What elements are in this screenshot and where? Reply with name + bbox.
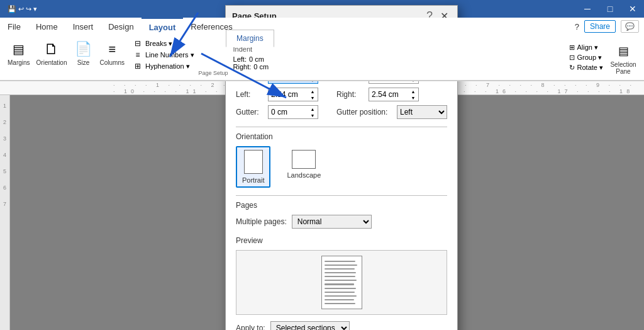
- margin-left-down[interactable]: ▼: [308, 94, 318, 101]
- margin-gutter-row: Gutter: ▲ ▼: [236, 105, 324, 119]
- ruler-mark-5: 5: [3, 168, 6, 174]
- margin-left-row: Left: ▲ ▼: [236, 88, 324, 101]
- help-icon[interactable]: ?: [575, 22, 579, 31]
- line-numbers-button[interactable]: ≡ Line Numbers ▾: [131, 49, 196, 60]
- minimize-button[interactable]: ─: [576, 0, 599, 18]
- portrait-option[interactable]: Portrait: [236, 146, 270, 188]
- preview-line-4: [325, 272, 357, 273]
- margin-gutter-up[interactable]: ▲: [308, 106, 318, 112]
- apply-section: Apply to: Selected sections Whole docume…: [236, 321, 447, 330]
- preview-label: Preview: [236, 236, 447, 245]
- align-label: Align ▾: [577, 43, 599, 52]
- preview-line-5: [325, 276, 356, 277]
- portrait-label: Portrait: [242, 176, 264, 184]
- breaks-label: Breaks ▾: [145, 40, 172, 48]
- comments-button[interactable]: 💬: [621, 20, 639, 33]
- line-numbers-icon: ≡: [133, 50, 143, 60]
- columns-icon: ≡: [102, 39, 122, 59]
- ribbon-tabs: File Home Insert Design Layout Reference…: [0, 18, 644, 35]
- rotate-icon: ↻: [569, 64, 575, 72]
- columns-button[interactable]: ≡ Columns: [97, 38, 127, 67]
- preview-line-7: [325, 283, 354, 285]
- selection-pane-icon: ▤: [613, 41, 633, 61]
- ribbon-content: ▤ Margins 🗋 Orientation 📄 Size ≡ Columns…: [0, 35, 644, 81]
- orientation-section: Orientation Portrait Landscape: [236, 132, 447, 188]
- indent-left-label: Left:: [233, 55, 247, 63]
- tab-margins[interactable]: Margins: [226, 30, 274, 47]
- maximize-button[interactable]: □: [599, 0, 621, 18]
- margin-gutter-input[interactable]: ▲ ▼: [268, 105, 318, 119]
- window-controls: ─ □ ✕: [576, 0, 644, 18]
- ruler-mark-2: 2: [3, 119, 6, 125]
- preview-line-1: [325, 261, 356, 262]
- multiple-pages-select[interactable]: Normal Mirror margins 2 pages per sheet …: [292, 215, 372, 229]
- portrait-icon: [244, 150, 263, 174]
- divider-2: [236, 195, 447, 196]
- indent-left-value: 0 cm: [249, 55, 264, 63]
- apply-select[interactable]: Selected sections Whole document This po…: [270, 321, 350, 330]
- orientation-icon: 🗋: [42, 39, 62, 59]
- gutter-position-label: Gutter position:: [336, 108, 393, 117]
- dialog-body: Margins Top: ▲ ▼ Bottom: ▲: [226, 47, 457, 330]
- tab-design[interactable]: Design: [101, 18, 141, 35]
- close-button[interactable]: ✕: [621, 0, 644, 18]
- apply-label: Apply to:: [236, 324, 265, 330]
- margin-right-field[interactable]: [372, 90, 406, 99]
- indent-left-row: Left: 0 cm: [233, 55, 269, 63]
- rotate-button[interactable]: ↻ Rotate ▾: [567, 63, 605, 72]
- size-icon: 📄: [74, 39, 94, 59]
- margin-left-spinners: ▲ ▼: [308, 88, 318, 101]
- align-button[interactable]: ⊞ Align ▾: [567, 43, 605, 52]
- page-setup-group: ▤ Margins 🗋 Orientation 📄 Size ≡ Columns…: [5, 38, 228, 77]
- indent-right-label: Right:: [233, 63, 252, 71]
- divider-1: [236, 127, 447, 127]
- orientation-label: Orientation: [36, 59, 67, 66]
- size-label: Size: [77, 59, 89, 66]
- multiple-pages-label: Multiple pages:: [236, 217, 287, 226]
- tab-layout[interactable]: Layout: [142, 18, 184, 35]
- quick-access: 💾 ↩ ↪ ▾: [5, 5, 37, 13]
- tab-home[interactable]: Home: [28, 18, 65, 35]
- line-numbers-label: Line Numbers ▾: [145, 51, 194, 59]
- margin-gutter-field[interactable]: [271, 108, 306, 117]
- ruler-mark-6: 6: [3, 185, 6, 191]
- size-button[interactable]: 📄 Size: [71, 38, 96, 67]
- margin-right-down[interactable]: ▼: [408, 94, 418, 101]
- margin-gutter-down[interactable]: ▼: [308, 112, 318, 118]
- vertical-ruler: 1 2 3 4 5 6 7: [0, 95, 10, 330]
- margin-right-row: Right: ▲ ▼: [336, 88, 447, 101]
- selection-pane-button[interactable]: ▤ Selection Pane: [608, 40, 639, 76]
- preview-line-12: [325, 303, 356, 304]
- gutter-position-row: Gutter position: Left Top: [336, 105, 447, 119]
- orientation-button[interactable]: 🗋 Orientation: [34, 38, 70, 67]
- margin-left-up[interactable]: ▲: [308, 88, 318, 94]
- orientation-options: Portrait Landscape: [236, 146, 447, 188]
- margin-left-field[interactable]: [271, 90, 306, 99]
- breaks-button[interactable]: ⊟ Breaks ▾: [131, 38, 196, 49]
- align-icon: ⊞: [569, 43, 575, 52]
- group-button[interactable]: ⊡ Group ▾: [567, 53, 605, 62]
- page-setup-group-label: Page Setup: [199, 70, 228, 77]
- tab-file[interactable]: File: [0, 18, 28, 35]
- hyphenation-button[interactable]: ⊞ Hyphenation ▾: [131, 60, 196, 72]
- margin-right-input[interactable]: ▲ ▼: [369, 88, 419, 101]
- pages-section: Pages Multiple pages: Normal Mirror marg…: [236, 201, 447, 229]
- landscape-option[interactable]: Landscape: [280, 146, 327, 188]
- group-icon: ⊡: [569, 54, 575, 62]
- arrange-buttons: ⊞ Align ▾ ⊡ Group ▾ ↻ Rotate ▾: [567, 43, 605, 72]
- landscape-icon: [292, 150, 316, 169]
- selection-pane-label: Selection Pane: [610, 61, 636, 75]
- gutter-position-select[interactable]: Left Top: [397, 105, 447, 119]
- margin-right-label: Right:: [336, 90, 365, 99]
- ribbon: File Home Insert Design Layout Reference…: [0, 18, 644, 81]
- tab-insert[interactable]: Insert: [65, 18, 101, 35]
- preview-line-9: [325, 292, 355, 293]
- ruler-mark-3: 3: [3, 135, 6, 142]
- page-setup-small-buttons: ⊟ Breaks ▾ ≡ Line Numbers ▾ ⊞ Hyphenatio…: [131, 38, 196, 72]
- margins-button[interactable]: ▤ Margins: [5, 38, 33, 67]
- margin-left-input[interactable]: ▲ ▼: [268, 88, 318, 101]
- share-button[interactable]: Share: [584, 20, 616, 33]
- margin-right-up[interactable]: ▲: [408, 88, 418, 94]
- group-label: Group ▾: [577, 54, 602, 62]
- preview-page: [321, 256, 362, 309]
